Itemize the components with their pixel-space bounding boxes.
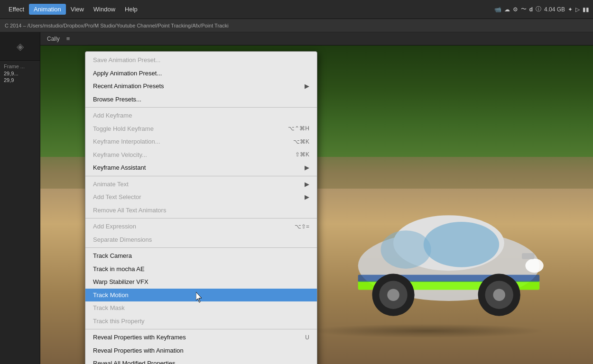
menu-add-keyframe[interactable]: Add Keyframe — [85, 109, 317, 122]
menubar-right: 📹 ☁ ⚙ 〜 d ⓘ 4.04 GB ✦ ▷ ▮▮ — [494, 5, 589, 13]
sidebar-top: ◈ — [0, 32, 40, 61]
d-icon: d — [529, 6, 533, 13]
keyframe-assistant-label: Keyframe Assistant — [93, 163, 146, 173]
menu-animation[interactable]: Animation — [29, 4, 66, 15]
menubar: Effect Animation View Window Help 📹 ☁ ⚙ … — [0, 0, 593, 19]
track-motion-label: Track Motion — [93, 291, 129, 300]
settings-icon: ⚙ — [513, 6, 518, 13]
toggle-hold-shortcut: ⌥⌃⌘H — [288, 124, 309, 133]
animate-text-label: Animate Text — [93, 180, 129, 189]
cloud-icon: ☁ — [504, 6, 510, 13]
menu-remove-animators[interactable]: Remove All Text Animators — [85, 204, 317, 217]
frame-value-1: 29,9... — [2, 70, 38, 77]
remove-animators-label: Remove All Text Animators — [93, 206, 166, 215]
panel-tab-cally[interactable]: Cally — [42, 34, 65, 44]
track-camera-label: Track Camera — [93, 251, 132, 261]
panel-tabs: Cally ≡ — [40, 32, 593, 46]
keyframe-interp-shortcut: ⌥⌘K — [293, 137, 309, 146]
dropbox-icon: ✦ — [568, 6, 573, 13]
wave-icon: 〜 — [521, 5, 527, 13]
keyframe-velocity-shortcut: ⇧⌘K — [295, 150, 309, 159]
reveal-keyframes-label: Reveal Properties with Keyframes — [93, 333, 186, 342]
track-mask-label: Track Mask — [93, 303, 125, 313]
track-property-label: Track this Property — [93, 317, 145, 326]
menu-add-expression[interactable]: Add Expression ⌥⇧= — [85, 220, 317, 233]
title-bar: C 2014 – /Users/mstudio/Dropbox/Pro/M St… — [0, 19, 593, 32]
menu-toggle-hold[interactable]: Toggle Hold Keyframe ⌥⌃⌘H — [85, 122, 317, 136]
svg-point-8 — [493, 289, 505, 301]
add-keyframe-label: Add Keyframe — [93, 111, 132, 120]
camera-icon: 📹 — [494, 6, 501, 13]
project-path: C 2014 – /Users/mstudio/Dropbox/Pro/M St… — [5, 23, 229, 28]
main-preview: Cally ≡ — [40, 32, 593, 364]
menu-window[interactable]: Window — [89, 4, 120, 15]
reveal-modified-label: Reveal All Modified Properties — [93, 359, 175, 364]
add-text-selector-label: Add Text Selector — [93, 192, 141, 202]
recent-presets-label: Recent Animation Presets — [93, 82, 164, 91]
menu-apply-preset[interactable]: Apply Animation Preset... — [85, 67, 317, 80]
divider-4 — [85, 247, 317, 248]
menu-track-mocha[interactable]: Track in mocha AE — [85, 263, 317, 276]
separate-dims-label: Separate Dimensions — [93, 235, 152, 245]
track-mocha-label: Track in mocha AE — [93, 264, 145, 274]
menu-warp-stabilizer[interactable]: Warp Stabilizer VFX — [85, 275, 317, 289]
menu-help[interactable]: Help — [120, 4, 142, 15]
sidebar-logo: ◈ — [17, 41, 24, 52]
menu-keyframe-assistant[interactable]: Keyframe Assistant ▶ — [85, 161, 317, 174]
reveal-animation-label: Reveal Properties with Animation — [93, 346, 184, 355]
menu-view[interactable]: View — [66, 4, 89, 15]
animate-text-arrow: ▶ — [305, 180, 309, 189]
menu-track-camera[interactable]: Track Camera — [85, 249, 317, 263]
animation-dropdown-menu: Save Animation Preset... Apply Animation… — [85, 51, 317, 364]
divider-2 — [85, 176, 317, 176]
apply-preset-label: Apply Animation Preset... — [93, 69, 162, 78]
left-sidebar: ◈ Frame ... 29,9... 29,9 — [0, 32, 40, 364]
divider-1 — [85, 107, 317, 108]
reveal-keyframes-shortcut: U — [305, 333, 309, 342]
menu-recent-presets[interactable]: Recent Animation Presets ▶ — [85, 80, 317, 93]
panel-tab-menu-icon[interactable]: ≡ — [66, 35, 70, 42]
keyframe-interp-label: Keyframe Interpolation... — [93, 137, 160, 146]
content-area: ◈ Frame ... 29,9... 29,9 Cally ≡ — [0, 32, 593, 364]
info-icon: ⓘ — [536, 5, 541, 13]
battery-icon: ▮▮ — [583, 6, 589, 13]
toggle-hold-label: Toggle Hold Keyframe — [93, 124, 154, 134]
rally-car-svg — [318, 165, 565, 326]
car-shadow — [308, 324, 546, 338]
svg-rect-13 — [522, 253, 535, 259]
menu-add-text-selector[interactable]: Add Text Selector ▶ — [85, 191, 317, 204]
menu-separate-dims[interactable]: Separate Dimensions — [85, 233, 317, 246]
airplay-icon: ▷ — [575, 6, 580, 13]
menu-keyframe-velocity[interactable]: Keyframe Velocity... ⇧⌘K — [85, 148, 317, 162]
divider-5 — [85, 329, 317, 329]
menu-reveal-modified[interactable]: Reveal All Modified Properties — [85, 357, 317, 364]
divider-3 — [85, 218, 317, 218]
svg-point-3 — [381, 230, 431, 269]
recent-presets-arrow: ▶ — [305, 82, 309, 91]
add-text-selector-arrow: ▶ — [305, 192, 309, 202]
menu-track-motion[interactable]: Track Motion — [85, 289, 317, 302]
keyframe-assistant-arrow: ▶ — [305, 163, 309, 173]
add-expression-label: Add Expression — [93, 222, 136, 231]
memory-usage: 4.04 GB — [544, 6, 565, 13]
panel-area: Frame ... 29,9... 29,9 — [0, 61, 40, 85]
frame-label: Frame ... — [2, 63, 38, 70]
menu-keyframe-interp[interactable]: Keyframe Interpolation... ⌥⌘K — [85, 135, 317, 148]
menu-animate-text[interactable]: Animate Text ▶ — [85, 178, 317, 191]
menu-browse-presets[interactable]: Browse Presets... — [85, 93, 317, 106]
warp-stabilizer-label: Warp Stabilizer VFX — [93, 277, 148, 287]
save-preset-label: Save Animation Preset... — [93, 55, 160, 65]
menu-save-preset[interactable]: Save Animation Preset... — [85, 54, 317, 67]
menu-reveal-animation[interactable]: Reveal Properties with Animation — [85, 344, 317, 357]
menu-track-mask[interactable]: Track Mask — [85, 301, 317, 315]
keyframe-velocity-label: Keyframe Velocity... — [93, 150, 147, 160]
browse-presets-label: Browse Presets... — [93, 95, 141, 104]
svg-point-2 — [424, 222, 499, 267]
svg-point-11 — [387, 289, 399, 301]
menu-track-property[interactable]: Track this Property — [85, 315, 317, 328]
svg-point-12 — [525, 259, 543, 273]
menu-effect[interactable]: Effect — [4, 4, 29, 15]
frame-value-2: 29,9 — [2, 77, 38, 83]
add-expression-shortcut: ⌥⇧= — [295, 222, 309, 231]
menu-reveal-keyframes[interactable]: Reveal Properties with Keyframes U — [85, 331, 317, 344]
